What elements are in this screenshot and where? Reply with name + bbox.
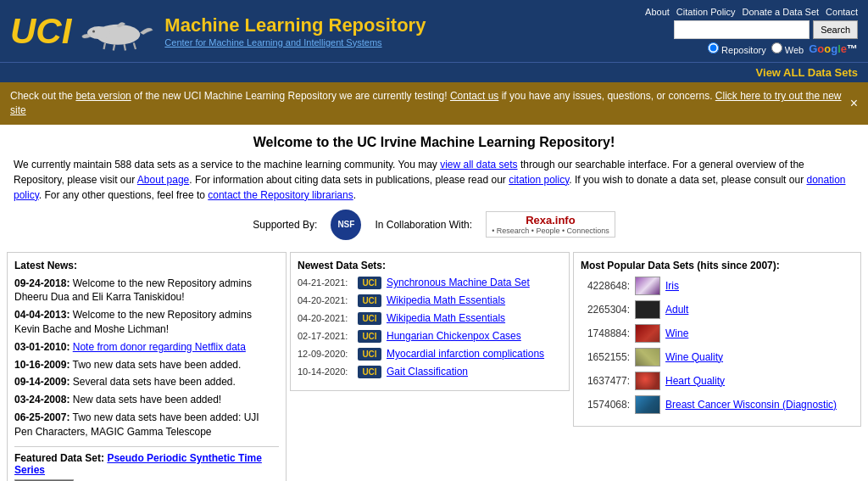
news-date-4: 09-14-2009:: [14, 376, 70, 388]
popular-count-0: 4228648:: [581, 280, 630, 292]
popular-thumb-2: [635, 324, 660, 343]
popular-name-1: Adult: [665, 304, 688, 316]
repository-radio-label[interactable]: Repository: [708, 42, 766, 55]
repository-radio[interactable]: [708, 42, 719, 53]
news-date-0: 09-24-2018:: [14, 277, 70, 289]
dataset-link-5[interactable]: Gait Classification: [387, 366, 468, 378]
popular-thumb-1: [635, 300, 660, 319]
news-date-5: 03-24-2008:: [14, 394, 70, 405]
search-button[interactable]: Search: [813, 20, 858, 39]
about-page-link[interactable]: About page: [137, 174, 189, 186]
news-link-2[interactable]: Note from donor regarding Netflix data: [73, 341, 246, 353]
dataset-item-5: 10-14-2020: UCI Gait Classification: [298, 366, 562, 378]
newest-datasets-header: Newest Data Sets:: [298, 260, 562, 271]
uci-badge-0: UCI: [358, 277, 381, 289]
dataset-link-2[interactable]: Wikipedia Math Essentials: [387, 312, 505, 324]
dataset-item-4: 12-09-2020: UCI Myocardial infarction co…: [298, 348, 562, 361]
banner: Check out the beta version of the new UC…: [0, 82, 868, 125]
dataset-date-0: 04-21-2021:: [298, 277, 353, 288]
main-columns: Latest News: 09-24-2018: Welcome to the …: [0, 252, 868, 481]
popular-link-1[interactable]: Adult: [665, 304, 688, 316]
top-nav: About Citation Policy Donate a Data Set …: [645, 7, 858, 17]
logo-area: UCI: [10, 10, 156, 53]
popular-link-4[interactable]: Heart Quality: [665, 375, 725, 387]
popular-count-1: 2265304:: [581, 304, 630, 316]
dataset-name-3: Hungarian Chickenpox Cases: [387, 330, 521, 342]
dataset-name-5: Gait Classification: [387, 366, 468, 378]
banner-close-button[interactable]: ×: [850, 96, 858, 111]
dataset-name-4: Myocardial infarction complications: [387, 348, 544, 360]
google-logo: Google™: [809, 42, 858, 55]
news-date-1: 04-04-2013:: [14, 309, 70, 321]
dataset-link-1[interactable]: Wikipedia Math Essentials: [387, 294, 505, 306]
popular-item-5: 1574068: Breast Cancer Wisconsin (Diagno…: [581, 395, 854, 414]
popular-item-2: 1748884: Wine: [581, 324, 854, 343]
supported-label: Supported By:: [253, 219, 317, 231]
news-text-4: Several data sets have been added.: [73, 376, 236, 388]
citation-policy-link2[interactable]: citation policy: [509, 174, 569, 186]
popular-name-4: Heart Quality: [665, 375, 725, 387]
contact-link[interactable]: Contact: [826, 7, 858, 17]
view-all-datasets-link[interactable]: View ALL Data Sets: [756, 66, 858, 79]
popular-link-2[interactable]: Wine: [665, 327, 688, 339]
search-options: Repository Web Google™: [708, 42, 858, 55]
repo-subtitle[interactable]: Center for Machine Learning and Intellig…: [164, 37, 645, 48]
news-text-5: New data sets have been added!: [73, 394, 221, 405]
popular-count-5: 1574068:: [581, 399, 630, 411]
dataset-date-1: 04-20-2021:: [298, 295, 353, 305]
dataset-date-5: 10-14-2020:: [298, 366, 353, 377]
banner-text-pre: Check out the: [10, 90, 75, 102]
news-date-3: 10-16-2009:: [14, 359, 70, 371]
popular-thumb-0: [635, 277, 660, 295]
search-input[interactable]: [674, 20, 810, 39]
title-area: Machine Learning Repository Center for M…: [156, 14, 645, 47]
dataset-name-2: Wikipedia Math Essentials: [387, 312, 505, 324]
dataset-link-3[interactable]: Hungarian Chickenpox Cases: [387, 330, 521, 342]
news-date-6: 06-25-2007:: [14, 411, 70, 423]
popular-link-0[interactable]: Iris: [665, 280, 679, 292]
news-item-5: 03-24-2008: New data sets have been adde…: [14, 393, 279, 407]
news-date-2: 03-01-2010:: [14, 341, 70, 353]
donate-dataset-link[interactable]: Donate a Data Set: [743, 7, 820, 17]
dataset-date-2: 04-20-2021:: [298, 313, 353, 323]
popular-count-4: 1637477:: [581, 375, 630, 387]
citation-policy-link[interactable]: Citation Policy: [676, 7, 736, 17]
popular-item-3: 1652155: Wine Quality: [581, 348, 854, 366]
featured-label: Featured Data Set:: [14, 452, 104, 464]
featured-section: Featured Data Set: Pseudo Periodic Synth…: [14, 446, 279, 481]
uci-badge-3: UCI: [358, 330, 381, 343]
rexa-logo: Rexa.info • Research • People • Connecti…: [486, 211, 615, 238]
popular-link-3[interactable]: Wine Quality: [665, 351, 723, 363]
welcome-desc6: .: [353, 189, 356, 201]
popular-link-5[interactable]: Breast Cancer Wisconsin (Diagnostic): [665, 399, 837, 411]
banner-beta-link[interactable]: beta version: [75, 90, 131, 102]
popular-name-0: Iris: [665, 280, 679, 292]
uci-badge-5: UCI: [358, 366, 381, 378]
dataset-item-2: 04-20-2021: UCI Wikipedia Math Essential…: [298, 312, 562, 325]
nsf-logo: NSF: [331, 210, 361, 240]
dataset-item-1: 04-20-2021: UCI Wikipedia Math Essential…: [298, 294, 562, 307]
contact-librarians-link[interactable]: contact the Repository librarians: [208, 189, 353, 201]
dataset-link-0[interactable]: Synchronous Machine Data Set: [387, 277, 530, 288]
latest-news-header: Latest News:: [14, 260, 279, 271]
uci-badge-2: UCI: [358, 312, 381, 325]
web-radio[interactable]: [771, 42, 782, 53]
dataset-link-4[interactable]: Myocardial infarction complications: [387, 348, 544, 360]
welcome-desc5: . For any other questions, feel free to: [39, 189, 205, 201]
banner-contact-link[interactable]: Contact us: [450, 90, 498, 102]
popular-count-3: 1652155:: [581, 351, 630, 363]
welcome-section: Welcome to the UC Irvine Machine Learnin…: [0, 125, 868, 252]
web-radio-label[interactable]: Web: [771, 42, 804, 55]
popular-item-0: 4228648: Iris: [581, 277, 854, 295]
header-right: About Citation Policy Donate a Data Set …: [645, 7, 858, 55]
news-item-0: 09-24-2018: Welcome to the new Repositor…: [14, 277, 279, 305]
news-item-4: 09-14-2009: Several data sets have been …: [14, 375, 279, 389]
popular-name-3: Wine Quality: [665, 351, 723, 363]
about-link[interactable]: About: [645, 7, 670, 17]
view-all-data-link[interactable]: view all data sets: [440, 159, 517, 171]
dataset-date-3: 02-17-2021:: [298, 331, 353, 341]
banner-text-after: if you have any issues, questions, or co…: [498, 90, 715, 102]
welcome-desc: We currently maintain 588 data sets as a…: [14, 159, 437, 171]
news-item-2: 03-01-2010: Note from donor regarding Ne…: [14, 340, 279, 355]
collab-label: In Collaboration With:: [375, 219, 472, 231]
